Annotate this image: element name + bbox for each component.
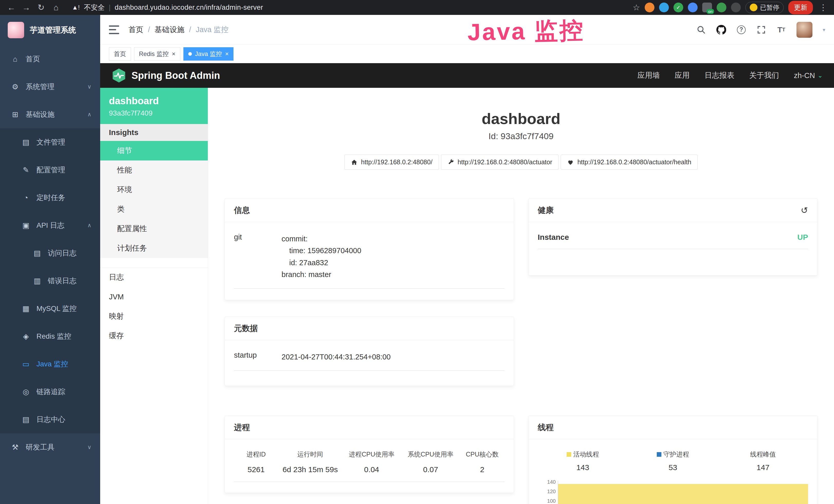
sidebar-item-label: Redis 监控 bbox=[37, 331, 71, 341]
sidebar-item-api-logs[interactable]: ▣ API 日志 ∧ bbox=[0, 211, 100, 239]
puzzle-extension-icon[interactable] bbox=[731, 3, 741, 12]
sba-item-mappings[interactable]: 映射 bbox=[100, 306, 208, 326]
sba-item-caches[interactable]: 缓存 bbox=[100, 326, 208, 346]
address-separator: | bbox=[109, 4, 110, 12]
caret-down-icon[interactable]: ▾ bbox=[823, 27, 825, 33]
header-actions: ? TT ▾ bbox=[696, 22, 825, 38]
service-url-button[interactable]: http://192.168.0.2:48080/ bbox=[345, 155, 439, 170]
info-row-git: git commit: time: 1596289704000 id: 27aa… bbox=[234, 233, 504, 289]
git-commit-id: id: 27aa832 bbox=[282, 257, 361, 269]
bookmark-star-icon[interactable]: ☆ bbox=[633, 3, 640, 12]
reload-icon[interactable]: ↻ bbox=[35, 3, 47, 12]
actuator-url-label: http://192.168.0.2:48080/actuator bbox=[458, 158, 552, 166]
chevron-up-icon: ∧ bbox=[87, 222, 91, 229]
threads-chart: 140 120 100 bbox=[538, 481, 808, 504]
home-icon[interactable]: ⌂ bbox=[50, 3, 62, 12]
paused-badge[interactable]: 已暂停 bbox=[745, 2, 784, 13]
sidebar-item-mysql-monitor[interactable]: ▦ MySQL 监控 bbox=[0, 295, 100, 322]
sba-nav-applications[interactable]: 应用 bbox=[675, 70, 690, 81]
sba-nav-journal[interactable]: 日志报表 bbox=[705, 70, 734, 81]
mail-extension-icon[interactable]: on bbox=[702, 3, 712, 12]
sba-item-scheduled[interactable]: 计划任务 bbox=[100, 238, 208, 258]
sidebar-item-log-center[interactable]: ▤ 日志中心 bbox=[0, 406, 100, 433]
fox-extension-icon[interactable] bbox=[645, 3, 655, 12]
tab-label: 首页 bbox=[114, 50, 126, 58]
process-col-label: CPU核心数 bbox=[460, 450, 504, 459]
infrastructure-icon: ⊞ bbox=[10, 110, 20, 119]
sidebar-item-infrastructure[interactable]: ⊞ 基础设施 ∧ bbox=[0, 101, 100, 129]
sidebar-item-access-logs[interactable]: ▤ 访问日志 bbox=[0, 239, 100, 267]
health-card: 健康 ↺ Instance UP bbox=[528, 199, 818, 275]
daemon-threads-value: 53 bbox=[628, 463, 718, 472]
sidebar-toggle-icon[interactable] bbox=[109, 25, 119, 34]
home-icon bbox=[351, 159, 357, 166]
github-icon[interactable] bbox=[716, 25, 726, 35]
sidebar-item-label: 定时任务 bbox=[37, 193, 65, 203]
grid-extension-icon[interactable] bbox=[688, 3, 698, 12]
sidebar-item-redis-monitor[interactable]: ◈ Redis 监控 bbox=[0, 322, 100, 350]
fullscreen-icon[interactable] bbox=[756, 25, 766, 35]
sba-item-logs[interactable]: 日志 bbox=[100, 268, 208, 287]
tab-home[interactable]: 首页 bbox=[109, 47, 131, 61]
history-icon[interactable]: ↺ bbox=[801, 205, 808, 215]
app-logo[interactable]: 芋道管理系统 bbox=[0, 15, 100, 45]
app-title: 芋道管理系统 bbox=[30, 25, 76, 36]
sidebar-item-home[interactable]: ⌂ 首页 bbox=[0, 45, 100, 73]
breadcrumb-separator: / bbox=[148, 25, 150, 34]
sba-item-jvm[interactable]: JVM bbox=[100, 287, 208, 306]
help-icon[interactable]: ? bbox=[737, 25, 746, 35]
sidebar-item-dev-tools[interactable]: ⚒ 研发工具 ∨ bbox=[0, 433, 100, 461]
sba-item-classes[interactable]: 类 bbox=[100, 200, 208, 219]
active-tab-dot bbox=[188, 52, 192, 56]
close-icon[interactable]: × bbox=[225, 51, 228, 57]
tab-java-monitor[interactable]: Java 监控 × bbox=[183, 47, 234, 61]
sidebar-item-java-monitor[interactable]: ▭ Java 监控 bbox=[0, 350, 100, 378]
screen: ← → ↻ ⌂ ▲! 不安全 | dashboard.yudao.iocoder… bbox=[0, 0, 834, 504]
database-icon: ▦ bbox=[21, 304, 31, 313]
app-menu: ⌂ 首页 ⚙ 系统管理 ∨ ⊞ 基础设施 ∧ ▤ 文件管理 bbox=[0, 45, 100, 504]
security-label: 不安全 bbox=[84, 3, 105, 12]
health-url-button[interactable]: http://192.168.0.2:48080/actuator/health bbox=[561, 155, 698, 170]
breadcrumb-home[interactable]: 首页 bbox=[128, 25, 143, 35]
sba-item-performance[interactable]: 性能 bbox=[100, 160, 208, 180]
sidebar-item-label: 系统管理 bbox=[26, 82, 54, 92]
sba-section-insights[interactable]: Insights bbox=[100, 124, 208, 141]
sba-nav-wallboard[interactable]: 应用墙 bbox=[637, 70, 660, 81]
tab-redis-monitor[interactable]: Redis 监控 × bbox=[134, 47, 180, 61]
threads-card-title: 线程 bbox=[538, 422, 554, 433]
sba-item-properties[interactable]: 配置属性 bbox=[100, 219, 208, 238]
live-threads-area bbox=[558, 484, 808, 504]
sidebar-item-label: 链路追踪 bbox=[37, 387, 65, 397]
sba-nav-about[interactable]: 关于我们 bbox=[749, 70, 779, 81]
threads-legend: 活动线程 守护进程 线程峰值 bbox=[538, 450, 808, 472]
breadcrumb-separator: / bbox=[189, 25, 191, 34]
address-bar[interactable]: ▲! 不安全 | dashboard.yudao.iocoder.cn/infr… bbox=[72, 3, 263, 12]
sba-item-details[interactable]: 细节 bbox=[100, 141, 208, 160]
sba-instance-header[interactable]: dashboard 93a3fc7f7409 bbox=[100, 88, 208, 124]
sidebar-item-config-management[interactable]: ✎ 配置管理 bbox=[0, 156, 100, 184]
sba-item-environment[interactable]: 环境 bbox=[100, 180, 208, 200]
search-icon[interactable] bbox=[696, 25, 706, 35]
sidebar-item-error-logs[interactable]: ▥ 错误日志 bbox=[0, 267, 100, 295]
font-size-icon[interactable]: TT bbox=[776, 25, 786, 35]
breadcrumb-section[interactable]: 基础设施 bbox=[155, 25, 184, 35]
metadata-card-header: 元数据 bbox=[225, 317, 514, 340]
back-icon[interactable]: ← bbox=[5, 3, 18, 12]
sidebar-item-scheduled-tasks[interactable]: ◔ 定时任务 bbox=[0, 184, 100, 211]
update-button[interactable]: 更新 bbox=[788, 1, 813, 15]
sidebar-item-tracing[interactable]: ◎ 链路追踪 bbox=[0, 378, 100, 406]
check-extension-icon[interactable]: ✓ bbox=[674, 3, 683, 12]
actuator-url-button[interactable]: http://192.168.0.2:48080/actuator bbox=[441, 155, 559, 170]
chrome-menu-icon[interactable]: ⋮ bbox=[817, 3, 829, 12]
leaf-extension-icon[interactable] bbox=[717, 3, 726, 12]
drop-extension-icon[interactable] bbox=[659, 3, 669, 12]
browser-chrome: ← → ↻ ⌂ ▲! 不安全 | dashboard.yudao.iocoder… bbox=[0, 0, 834, 15]
sidebar-item-system[interactable]: ⚙ 系统管理 ∨ bbox=[0, 73, 100, 101]
user-avatar[interactable] bbox=[796, 22, 812, 38]
sba-brand[interactable]: Spring Boot Admin bbox=[111, 68, 220, 83]
close-icon[interactable]: × bbox=[172, 51, 175, 57]
smiley-icon bbox=[750, 4, 758, 11]
forward-icon[interactable]: → bbox=[20, 3, 32, 12]
sidebar-item-file-management[interactable]: ▤ 文件管理 bbox=[0, 129, 100, 156]
sba-locale-select[interactable]: zh-CN ⌄ bbox=[794, 71, 823, 80]
